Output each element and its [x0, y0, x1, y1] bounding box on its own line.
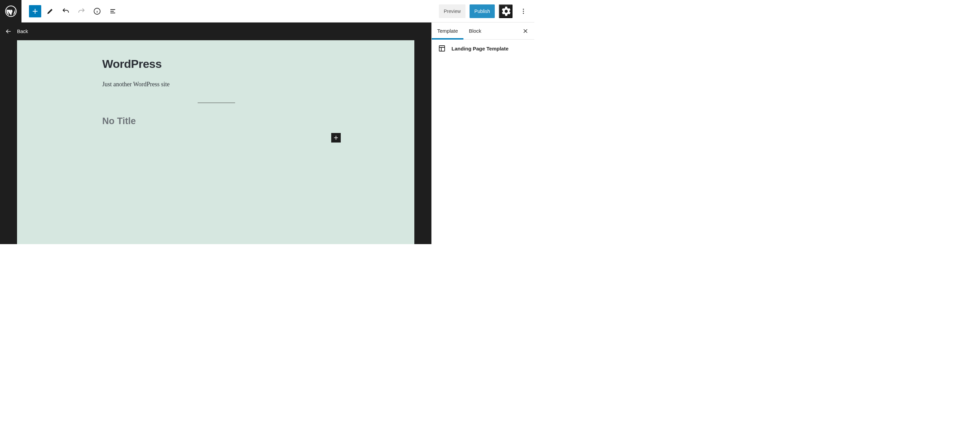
editor-wrap: Back WordPress Just another WordPress si… — [0, 22, 431, 244]
plus-icon — [31, 7, 39, 15]
canvas-scroll: WordPress Just another WordPress site No… — [0, 40, 431, 244]
undo-button[interactable] — [59, 5, 73, 18]
tab-template[interactable]: Template — [437, 22, 458, 39]
site-title[interactable]: WordPress — [102, 57, 331, 70]
pencil-icon — [46, 7, 54, 15]
add-block-button[interactable] — [29, 5, 41, 18]
list-icon — [109, 7, 117, 15]
close-sidebar-button[interactable] — [522, 28, 529, 34]
svg-point-4 — [523, 13, 524, 14]
template-name-label: Landing Page Template — [452, 46, 508, 51]
edit-tool-button[interactable] — [43, 5, 57, 18]
arrow-left-icon — [5, 28, 12, 35]
gear-icon — [500, 5, 512, 18]
post-title-placeholder[interactable]: No Title — [102, 116, 331, 126]
separator-block[interactable] — [102, 98, 331, 104]
canvas-content: WordPress Just another WordPress site No… — [102, 57, 331, 126]
svg-point-2 — [523, 8, 524, 10]
settings-button[interactable] — [499, 5, 512, 18]
publish-button[interactable]: Publish — [469, 5, 495, 18]
divider-line — [197, 103, 235, 103]
editor-canvas[interactable]: WordPress Just another WordPress site No… — [17, 40, 414, 244]
kebab-icon — [519, 7, 528, 15]
info-icon — [93, 7, 101, 15]
template-panel-row[interactable]: Landing Page Template — [432, 40, 534, 57]
redo-icon — [77, 7, 86, 15]
main-area: Back WordPress Just another WordPress si… — [0, 22, 534, 244]
tab-block[interactable]: Block — [469, 22, 482, 39]
redo-button[interactable] — [75, 5, 88, 18]
more-options-button[interactable] — [517, 5, 530, 18]
plus-icon — [332, 134, 339, 141]
toolbar-left — [21, 5, 119, 18]
preview-button[interactable]: Preview — [439, 5, 466, 18]
svg-point-3 — [523, 11, 524, 11]
back-nav[interactable]: Back — [0, 22, 431, 40]
canvas-add-block-button[interactable] — [331, 133, 341, 142]
details-button[interactable] — [90, 5, 104, 18]
close-icon — [522, 28, 529, 34]
settings-sidebar: Template Block Landing Page Template — [431, 22, 534, 244]
layout-icon — [438, 44, 446, 53]
wordpress-logo[interactable] — [0, 0, 21, 22]
toolbar-right: Preview Publish — [439, 5, 534, 18]
undo-icon — [62, 7, 70, 15]
top-toolbar: Preview Publish — [0, 0, 534, 22]
svg-rect-5 — [439, 46, 445, 51]
back-label: Back — [17, 29, 28, 34]
site-tagline[interactable]: Just another WordPress site — [102, 81, 331, 88]
sidebar-tabs: Template Block — [432, 22, 534, 40]
list-view-button[interactable] — [106, 5, 119, 18]
wordpress-icon — [5, 5, 17, 17]
